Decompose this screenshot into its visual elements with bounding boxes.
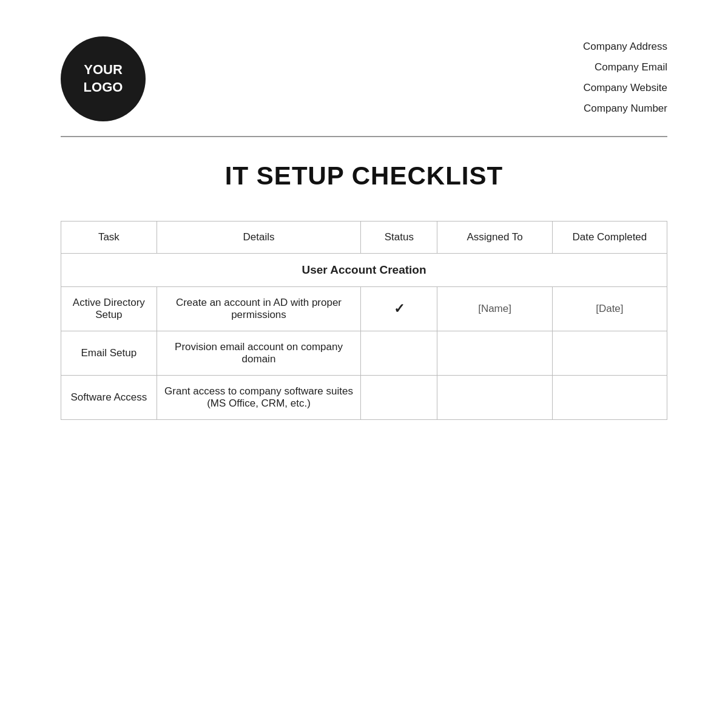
cell-status [361, 376, 437, 420]
col-header-status: Status [361, 221, 437, 254]
company-info: Company Address Company Email Company We… [583, 36, 667, 119]
page-title: IT SETUP CHECKLIST [61, 161, 667, 191]
company-address: Company Address [583, 36, 667, 57]
cell-assigned [437, 376, 552, 420]
cell-details: Create an account in AD with proper perm… [157, 287, 361, 331]
col-header-assigned: Assigned To [437, 221, 552, 254]
section-header-row: User Account Creation [61, 254, 667, 287]
cell-date [552, 331, 667, 376]
cell-details: Grant access to company software suites … [157, 376, 361, 420]
page: YOUR LOGO Company Address Company Email … [0, 0, 728, 727]
table-row: Software AccessGrant access to company s… [61, 376, 667, 420]
header: YOUR LOGO Company Address Company Email … [61, 36, 667, 121]
cell-task: Software Access [61, 376, 157, 420]
section-header-cell: User Account Creation [61, 254, 667, 287]
cell-task: Active Directory Setup [61, 287, 157, 331]
col-header-details: Details [157, 221, 361, 254]
logo: YOUR LOGO [61, 36, 146, 121]
cell-details: Provision email account on company domai… [157, 331, 361, 376]
table-row: Active Directory SetupCreate an account … [61, 287, 667, 331]
cell-assigned: [Name] [437, 287, 552, 331]
table-header-row: Task Details Status Assigned To Date Com… [61, 221, 667, 254]
logo-line2: LOGO [84, 79, 123, 96]
col-header-task: Task [61, 221, 157, 254]
cell-date: [Date] [552, 287, 667, 331]
company-number: Company Number [583, 98, 667, 119]
cell-task: Email Setup [61, 331, 157, 376]
company-website: Company Website [583, 78, 667, 98]
table-body: User Account CreationActive Directory Se… [61, 254, 667, 420]
table-row: Email SetupProvision email account on co… [61, 331, 667, 376]
col-header-date: Date Completed [552, 221, 667, 254]
checklist-table: Task Details Status Assigned To Date Com… [61, 221, 667, 420]
cell-status: ✓ [361, 287, 437, 331]
header-divider [61, 136, 667, 137]
cell-date [552, 376, 667, 420]
cell-status [361, 331, 437, 376]
logo-line1: YOUR [84, 61, 123, 79]
company-email: Company Email [583, 57, 667, 78]
checkmark-icon: ✓ [394, 301, 405, 316]
cell-assigned [437, 331, 552, 376]
